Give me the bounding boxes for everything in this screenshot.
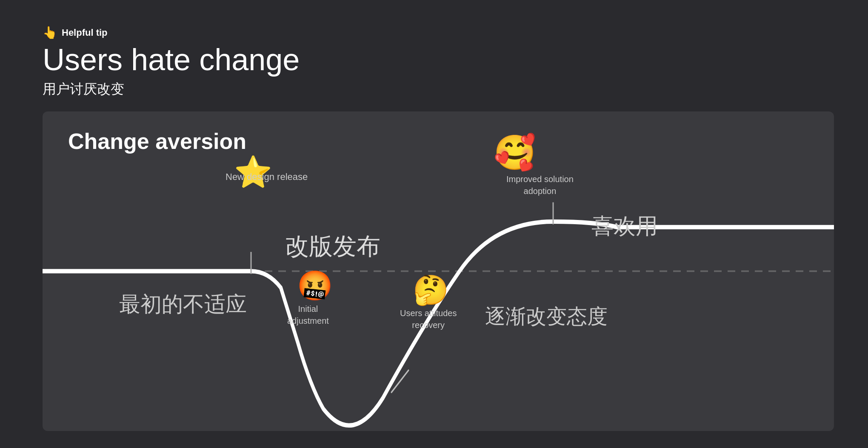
initial-adjustment-label: Initialadjustment <box>287 303 329 327</box>
chart-container: Change aversion ⭐ New design release 改版发… <box>43 111 834 431</box>
users-attitudes-label: Users attitudesrecovery <box>400 307 457 331</box>
main-title: Users hate change <box>43 43 834 77</box>
smiling-emoji: 🥰 <box>494 133 536 173</box>
zuichu-label: 最初的不适应 <box>119 290 247 319</box>
helpful-tip-label: Helpful tip <box>62 27 108 38</box>
xihuan-label: 喜欢用 <box>591 211 658 241</box>
header-section: 👆 Helpful tip Users hate change 用户讨厌改变 <box>43 26 834 99</box>
thinking-emoji: 🤔 <box>413 273 449 307</box>
page-container: 👆 Helpful tip Users hate change 用户讨厌改变 C… <box>0 0 868 448</box>
gaiban-label: 改版发布 <box>285 231 380 263</box>
zhubian-label: 逐渐改变态度 <box>485 303 608 330</box>
chart-title: Change aversion <box>68 128 246 154</box>
improved-solution-label: Improved solutionadoption <box>506 173 574 197</box>
subtitle-chinese: 用户讨厌改变 <box>43 80 834 99</box>
helpful-tip-row: 👆 Helpful tip <box>43 26 834 40</box>
new-design-release-label: New design release <box>226 171 308 183</box>
thumbs-up-icon: 👆 <box>43 26 57 40</box>
angry-emoji: 🤬 <box>297 269 333 303</box>
chart-svg <box>43 111 834 431</box>
